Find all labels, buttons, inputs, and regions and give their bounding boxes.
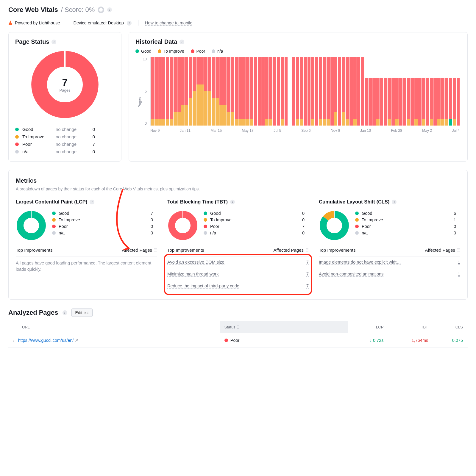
chart-bar[interactable] [281, 57, 284, 126]
external-link-icon[interactable]: ↗ [75, 338, 79, 343]
chart-bar[interactable] [200, 57, 204, 126]
chart-bar[interactable] [185, 57, 188, 126]
chart-bar[interactable] [154, 57, 158, 126]
chart-bar[interactable] [196, 57, 200, 126]
sort-icon[interactable]: ☰ [305, 248, 309, 252]
chart-bar[interactable] [391, 78, 395, 126]
chart-bar[interactable] [330, 57, 334, 126]
affected-count[interactable]: 7 [306, 284, 309, 289]
chart-bar[interactable] [277, 57, 280, 126]
chart-bar[interactable] [212, 57, 215, 126]
col-url[interactable]: URL [22, 325, 30, 329]
improvement-row[interactable]: Reduce the impact of third-party code7 [167, 280, 309, 292]
chart-bar[interactable] [285, 57, 288, 126]
table-row[interactable]: › https://www.gucci.com/us/en/↗ Poor ↓0.… [8, 333, 468, 348]
col-status[interactable]: Status [224, 325, 235, 329]
improvement-name[interactable]: Avoid an excessive DOM size [167, 260, 224, 265]
chart-bar[interactable] [338, 57, 341, 126]
chart-bar[interactable] [216, 57, 219, 126]
chart-bar[interactable] [334, 57, 338, 126]
chart-bar[interactable] [269, 57, 272, 126]
chart-bar[interactable] [399, 78, 402, 126]
chart-bar[interactable] [453, 78, 456, 126]
chart-bar[interactable] [227, 57, 230, 126]
chart-bar[interactable] [445, 78, 448, 126]
expand-caret-icon[interactable]: › [13, 338, 14, 343]
improvement-name[interactable]: Image elements do not have explicit widt… [319, 260, 401, 265]
chart-bar[interactable] [250, 57, 253, 126]
chart-bar[interactable] [433, 78, 437, 126]
chart-bar[interactable] [151, 57, 154, 126]
chart-bar[interactable] [426, 78, 429, 126]
chart-bar[interactable] [430, 78, 433, 126]
chart-bar[interactable] [437, 78, 441, 126]
chart-bar[interactable] [223, 57, 227, 126]
chart-bar[interactable] [342, 57, 345, 126]
affected-count[interactable]: 7 [306, 260, 309, 265]
improvement-name[interactable]: Minimize main thread work [167, 272, 219, 277]
chart-bar[interactable] [254, 57, 257, 126]
chart-bar[interactable] [273, 57, 276, 126]
chart-bar[interactable] [319, 57, 322, 126]
affected-count[interactable]: 1 [458, 272, 460, 277]
chart-bar[interactable] [323, 57, 326, 126]
chart-bar[interactable] [204, 57, 207, 126]
chart-bar[interactable] [361, 57, 364, 126]
info-icon[interactable]: i [392, 200, 397, 204]
chart-bar[interactable] [457, 78, 460, 126]
chart-bar[interactable] [219, 57, 223, 126]
chart-bar[interactable] [300, 57, 303, 126]
chart-bar[interactable] [292, 57, 295, 126]
improvement-row[interactable]: Minimize main thread work7 [167, 268, 309, 280]
chart-bar[interactable] [315, 57, 318, 126]
chart-bar[interactable] [208, 57, 211, 126]
historical-chart[interactable]: Pages 10 5 0 Nov 9Jan 11Mar 15May 17Jul … [135, 57, 461, 143]
chart-bar[interactable] [258, 57, 261, 126]
chart-bar[interactable] [327, 57, 330, 126]
info-icon[interactable]: i [230, 200, 235, 204]
col-cls[interactable]: CLS [455, 325, 463, 329]
chart-bar[interactable] [189, 57, 192, 126]
chart-bar[interactable] [166, 57, 169, 126]
how-to-mobile-link[interactable]: How to change to mobile [145, 21, 193, 26]
info-icon[interactable]: i [63, 310, 67, 315]
chart-bar[interactable] [376, 78, 380, 126]
chart-bar[interactable] [418, 78, 422, 126]
chart-bar[interactable] [441, 78, 444, 126]
info-icon[interactable]: i [107, 7, 112, 12]
affected-count[interactable]: 1 [458, 260, 460, 265]
chart-bar[interactable] [242, 57, 246, 126]
chart-bar[interactable] [388, 78, 391, 126]
chart-bar[interactable] [308, 57, 311, 126]
chart-bar[interactable] [193, 57, 196, 126]
info-icon[interactable]: i [180, 40, 184, 44]
improvement-row[interactable]: Image elements do not have explicit widt… [319, 256, 460, 268]
chart-bar[interactable] [407, 78, 410, 126]
edit-list-button[interactable]: Edit list [71, 309, 93, 317]
chart-bar[interactable] [162, 57, 166, 126]
chart-bar[interactable] [265, 57, 269, 126]
chart-bar[interactable] [174, 57, 177, 126]
chart-bar[interactable] [422, 78, 425, 126]
chart-bar[interactable] [170, 57, 173, 126]
chart-bar[interactable] [411, 78, 414, 126]
info-icon[interactable]: i [51, 40, 56, 44]
info-icon[interactable]: i [90, 200, 94, 204]
chart-bar[interactable] [158, 57, 162, 126]
chart-bar[interactable] [346, 57, 349, 126]
chart-bar[interactable] [365, 78, 368, 126]
improvement-name[interactable]: Avoid non-composited animations [319, 272, 383, 277]
chart-bar[interactable] [349, 57, 353, 126]
info-icon[interactable]: i [127, 21, 132, 26]
chart-bar[interactable] [395, 78, 399, 126]
chart-bar[interactable] [384, 78, 387, 126]
chart-bar[interactable] [261, 57, 265, 126]
chart-bar[interactable] [357, 57, 360, 126]
sort-icon[interactable]: ☰ [154, 248, 157, 252]
chart-bar[interactable] [296, 57, 299, 126]
chart-bar[interactable] [403, 78, 406, 126]
chart-bar[interactable] [235, 57, 238, 126]
chart-bar[interactable] [372, 78, 376, 126]
col-lcp[interactable]: LCP [376, 325, 383, 329]
url-link[interactable]: https://www.gucci.com/us/en/ [18, 338, 74, 343]
